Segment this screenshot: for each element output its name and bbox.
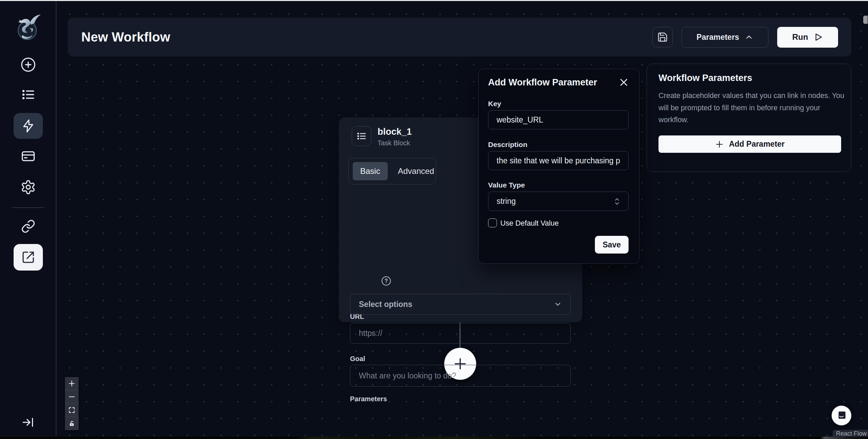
use-default-value-label: Use Default Value [500, 219, 559, 228]
url-input[interactable] [350, 323, 571, 344]
sidebar-item-workflows[interactable] [14, 113, 43, 139]
panel-title: Workflow Parameters [658, 73, 752, 83]
header-actions: Parameters Run [652, 27, 838, 48]
tab-basic[interactable]: Basic [353, 162, 388, 180]
node-tabs: Basic Advanced [348, 158, 436, 184]
attribution-label: React Flow [836, 430, 867, 437]
bottom-screen-strip [0, 437, 868, 439]
app-logo [0, 12, 56, 43]
node-title: block_1 [378, 127, 412, 137]
parameters-toggle-button[interactable]: Parameters [682, 27, 768, 48]
sidebar-item-settings[interactable] [0, 179, 56, 195]
value-type-select[interactable]: string [488, 192, 629, 211]
modal-title: Add Workflow Parameter [488, 77, 597, 88]
workflow-header: New Workflow Parameters Run [68, 18, 851, 56]
parameters-button-label: Parameters [697, 33, 739, 42]
value-type-value: string [497, 197, 516, 206]
minus-icon [68, 393, 76, 401]
plus-circle-icon [20, 57, 36, 72]
run-workflow-button[interactable]: Run [777, 27, 838, 48]
arrow-to-bar-icon [21, 416, 35, 429]
gear-icon [20, 179, 36, 195]
plus-icon [715, 140, 724, 149]
parameters-select-placeholder: Select options [359, 300, 412, 309]
description-input[interactable] [488, 151, 629, 170]
node-parameters-label: Parameters [350, 395, 387, 403]
fit-view-icon [68, 406, 76, 414]
node-subtitle: Task Block [378, 139, 410, 147]
support-chat-button[interactable] [832, 406, 851, 425]
sidebar-item-external[interactable] [14, 244, 43, 271]
add-parameter-button[interactable]: Add Parameter [658, 135, 841, 153]
node-icon-box [352, 126, 371, 146]
save-workflow-button[interactable] [652, 27, 673, 47]
sidebar-item-runs[interactable] [0, 87, 56, 102]
lock-button[interactable] [65, 417, 79, 430]
add-parameter-label: Add Parameter [729, 140, 785, 149]
goal-input[interactable] [350, 365, 571, 387]
modal-close-button[interactable] [619, 77, 629, 87]
sidebar-expand-button[interactable] [0, 416, 56, 429]
chevron-down-icon [554, 300, 562, 308]
run-button-label: Run [792, 32, 808, 42]
sidebar [0, 1, 56, 437]
parameters-help-icon[interactable]: ? [382, 276, 391, 286]
sidebar-item-integrations[interactable] [0, 219, 56, 233]
flow-controls [65, 377, 79, 430]
panel-description: Create placeholder values that you can l… [658, 90, 845, 126]
app-root: New Workflow Parameters Run [0, 0, 868, 439]
zoom-in-button[interactable] [65, 377, 79, 390]
sidebar-item-create[interactable] [0, 57, 56, 72]
chat-icon [836, 410, 847, 421]
sidebar-item-billing[interactable] [0, 149, 56, 164]
parameters-select[interactable]: Select options [350, 294, 571, 315]
list-icon [21, 87, 35, 102]
modal-save-button[interactable]: Save [595, 236, 629, 254]
chevron-up-icon [745, 33, 753, 42]
value-type-label: Value Type [488, 181, 525, 189]
add-workflow-parameter-modal: Add Workflow Parameter Key Description V… [478, 69, 639, 264]
fit-view-button[interactable] [65, 404, 79, 417]
top-screen-strip [0, 0, 868, 1]
sidebar-divider [12, 207, 44, 208]
external-link-icon [21, 250, 35, 264]
use-default-value-checkbox[interactable] [488, 218, 497, 227]
screen-edge-artifact [863, 16, 868, 24]
plus-icon [68, 380, 76, 387]
link-icon [21, 219, 35, 233]
page-title: New Workflow [81, 30, 170, 45]
chevrons-up-down-icon [614, 197, 620, 206]
key-label: Key [488, 100, 501, 108]
dragon-logo-icon [13, 12, 44, 43]
description-label: Description [488, 141, 528, 149]
zoom-out-button[interactable] [65, 390, 79, 404]
list-icon [356, 131, 367, 141]
play-icon [814, 32, 823, 42]
tab-advanced[interactable]: Advanced [390, 162, 442, 180]
lock-icon [68, 420, 76, 427]
key-input[interactable] [488, 110, 629, 129]
close-icon [619, 77, 629, 87]
lightning-icon [21, 119, 35, 133]
floppy-save-icon [657, 32, 668, 43]
credit-card-icon [21, 149, 36, 164]
workflow-parameters-panel: Workflow Parameters Create placeholder v… [647, 64, 851, 172]
goal-label: Goal [350, 355, 365, 363]
